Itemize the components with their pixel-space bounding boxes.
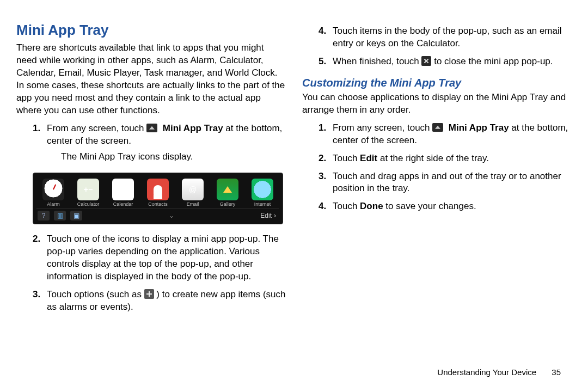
email-icon <box>182 179 204 200</box>
step-text: at the right side of the tray. <box>380 153 489 163</box>
tray-item-email: Email <box>177 179 209 207</box>
intro-paragraph: There are shortcuts available that link … <box>16 42 286 117</box>
section-heading: Mini App Tray <box>16 22 286 39</box>
right-step-2: 2. Touch Edit at the right side of the t… <box>318 152 572 165</box>
tray-label: Calendar <box>113 201 133 207</box>
plus-icon <box>144 289 154 299</box>
footer-section: Understanding Your Device <box>437 367 536 377</box>
tray-label: Gallery <box>220 201 236 207</box>
mini-app-tray-icon <box>432 123 443 132</box>
tray-label: Alarm <box>47 201 60 207</box>
step-text: Touch items in the body of the pop-up, s… <box>333 26 562 48</box>
step-number: 1. <box>318 122 326 134</box>
step-subnote: The Mini App Tray icons display. <box>47 151 286 163</box>
left-step-3: 3. Touch options (such as ) to create ne… <box>33 289 286 314</box>
tray-label: Email <box>187 201 199 207</box>
step-number: 3. <box>33 289 40 301</box>
step-text: From any screen, touch <box>333 122 432 133</box>
left-step-2: 2. Touch one of the icons to display a m… <box>33 233 286 283</box>
step-text: Touch <box>333 153 360 163</box>
step-text: Touch one of the icons to display a mini… <box>47 234 279 281</box>
right-step-4: 4. Touch Done to save your changes. <box>318 200 572 213</box>
edit-label: Edit <box>360 153 377 163</box>
right-top-step-4: 4. Touch items in the body of the pop-up… <box>318 25 572 50</box>
internet-icon <box>252 179 273 200</box>
tray-item-internet: Internet <box>247 179 278 207</box>
step-text: Touch options (such as <box>47 289 144 299</box>
step-number: 2. <box>33 233 40 246</box>
step-number: 5. <box>318 56 326 68</box>
close-icon <box>421 56 431 66</box>
edit-caret-icon: › <box>274 212 276 219</box>
subsection-heading: Customizing the Mini App Tray <box>302 77 572 89</box>
step-number: 3. <box>318 170 326 183</box>
step-text: When finished, touch <box>333 56 421 66</box>
step-text: to save your changes. <box>385 201 476 211</box>
step-text: Touch and drag apps in and out of the tr… <box>333 171 561 194</box>
mini-app-tray-label: Mini App Tray <box>449 122 509 133</box>
page-footer: Understanding Your Device 35 <box>437 367 561 377</box>
tray-label: Contacts <box>148 201 168 207</box>
gallery-icon <box>217 179 238 200</box>
step-text: Touch <box>333 201 360 211</box>
tray-edit: Edit› <box>260 212 278 219</box>
done-label: Done <box>360 201 383 211</box>
tray-label: Internet <box>254 201 271 207</box>
mini-app-tray-graphic: Alarm +− Calculator 31 Calendar Contacts… <box>33 173 283 224</box>
tray-item-calendar: 31 Calendar <box>107 179 139 207</box>
left-step-1: 1. From any screen, touch Mini App Tray … <box>33 122 286 163</box>
calculator-icon: +− <box>77 179 99 200</box>
help-icon: ? <box>38 211 50 220</box>
right-step-1: 1. From any screen, touch Mini App Tray … <box>318 122 572 147</box>
sub-intro-paragraph: You can choose applications to display o… <box>302 91 572 117</box>
chevron-down-icon: ⌄ <box>169 212 174 219</box>
tray-item-alarm: Alarm <box>38 179 69 207</box>
alarm-icon <box>42 179 64 200</box>
step-number: 2. <box>318 152 326 165</box>
page-number: 35 <box>552 367 561 377</box>
tray-item-gallery: Gallery <box>212 179 243 207</box>
right-step-3: 3. Touch and drag apps in and out of the… <box>318 170 572 195</box>
step-number: 4. <box>318 25 326 38</box>
contacts-icon <box>147 179 169 200</box>
window-icon: ▣ <box>70 211 82 220</box>
right-top-step-5: 5. When finished, touch to close the min… <box>318 56 572 68</box>
step-number: 4. <box>318 200 326 213</box>
step-text: From any screen, touch <box>47 123 146 133</box>
tray-label: Calculator <box>77 201 100 207</box>
step-number: 1. <box>33 122 40 135</box>
mini-app-tray-icon <box>146 124 157 132</box>
tray-item-calculator: +− Calculator <box>72 179 104 207</box>
step-text: to close the mini app pop-up. <box>434 56 553 66</box>
panel-icon: ▥ <box>54 211 66 220</box>
tray-item-contacts: Contacts <box>142 179 174 207</box>
calendar-icon: 31 <box>112 179 134 200</box>
mini-app-tray-label: Mini App Tray <box>163 123 223 133</box>
